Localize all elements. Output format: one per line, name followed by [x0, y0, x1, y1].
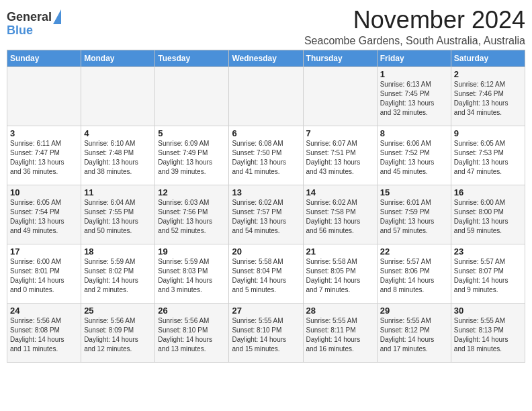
day-header-sunday: Sunday: [7, 50, 81, 66]
day-content: Sunrise: 6:02 AM Sunset: 7:57 PM Dayligh…: [232, 198, 300, 236]
day-number: 28: [306, 306, 374, 316]
calendar-day-21: 21Sunrise: 5:58 AM Sunset: 8:05 PM Dayli…: [303, 244, 377, 303]
day-content: Sunrise: 5:57 AM Sunset: 8:06 PM Dayligh…: [380, 257, 448, 295]
title-block: November 2024 Seacombe Gardens, South Au…: [304, 7, 525, 47]
day-content: Sunrise: 5:58 AM Sunset: 8:05 PM Dayligh…: [306, 257, 374, 295]
day-content: Sunrise: 5:55 AM Sunset: 8:11 PM Dayligh…: [306, 316, 374, 354]
calendar-day-13: 13Sunrise: 6:02 AM Sunset: 7:57 PM Dayli…: [229, 185, 303, 244]
calendar-day-25: 25Sunrise: 5:56 AM Sunset: 8:09 PM Dayli…: [81, 303, 155, 362]
day-number: 20: [232, 246, 300, 257]
calendar-week-row: 1Sunrise: 6:13 AM Sunset: 7:45 PM Daylig…: [7, 66, 525, 126]
day-content: Sunrise: 5:56 AM Sunset: 8:10 PM Dayligh…: [158, 316, 226, 354]
calendar-empty-cell: [81, 66, 155, 126]
day-number: 23: [454, 246, 522, 257]
day-number: 7: [306, 128, 374, 138]
day-number: 17: [10, 246, 78, 257]
day-number: 13: [232, 187, 300, 197]
calendar-day-24: 24Sunrise: 5:56 AM Sunset: 8:08 PM Dayli…: [7, 303, 81, 362]
calendar-empty-cell: [7, 66, 81, 126]
day-number: 15: [380, 187, 448, 197]
day-header-tuesday: Tuesday: [155, 50, 229, 66]
day-content: Sunrise: 6:11 AM Sunset: 7:47 PM Dayligh…: [10, 139, 78, 177]
day-content: Sunrise: 5:59 AM Sunset: 8:02 PM Dayligh…: [84, 257, 152, 295]
calendar-day-2: 2Sunrise: 6:12 AM Sunset: 7:46 PM Daylig…: [451, 66, 525, 126]
day-number: 30: [454, 306, 522, 316]
day-header-saturday: Saturday: [451, 50, 525, 66]
day-number: 26: [158, 306, 226, 316]
calendar-header-row: SundayMondayTuesdayWednesdayThursdayFrid…: [7, 50, 525, 66]
day-number: 29: [380, 306, 448, 316]
day-number: 8: [380, 128, 448, 138]
logo-general-text: General: [7, 11, 52, 23]
day-content: Sunrise: 6:10 AM Sunset: 7:48 PM Dayligh…: [84, 139, 152, 177]
day-number: 22: [380, 246, 448, 257]
calendar-day-17: 17Sunrise: 6:00 AM Sunset: 8:01 PM Dayli…: [7, 244, 81, 303]
day-number: 12: [158, 187, 226, 197]
day-content: Sunrise: 6:03 AM Sunset: 7:56 PM Dayligh…: [158, 198, 226, 236]
day-content: Sunrise: 5:58 AM Sunset: 8:04 PM Dayligh…: [232, 257, 300, 295]
calendar-day-9: 9Sunrise: 6:05 AM Sunset: 7:53 PM Daylig…: [451, 126, 525, 185]
calendar-day-19: 19Sunrise: 5:59 AM Sunset: 8:03 PM Dayli…: [155, 244, 229, 303]
day-content: Sunrise: 5:59 AM Sunset: 8:03 PM Dayligh…: [158, 257, 226, 295]
calendar-empty-cell: [229, 66, 303, 126]
day-header-friday: Friday: [377, 50, 451, 66]
calendar-week-row: 24Sunrise: 5:56 AM Sunset: 8:08 PM Dayli…: [7, 303, 525, 362]
day-content: Sunrise: 6:05 AM Sunset: 7:54 PM Dayligh…: [10, 198, 78, 236]
day-number: 19: [158, 246, 226, 257]
day-header-thursday: Thursday: [303, 50, 377, 66]
calendar-day-22: 22Sunrise: 5:57 AM Sunset: 8:06 PM Dayli…: [377, 244, 451, 303]
day-content: Sunrise: 6:12 AM Sunset: 7:46 PM Dayligh…: [454, 80, 522, 118]
day-content: Sunrise: 6:09 AM Sunset: 7:49 PM Dayligh…: [158, 139, 226, 177]
calendar-day-20: 20Sunrise: 5:58 AM Sunset: 8:04 PM Dayli…: [229, 244, 303, 303]
day-number: 5: [158, 128, 226, 138]
day-header-monday: Monday: [81, 50, 155, 66]
calendar-week-row: 17Sunrise: 6:00 AM Sunset: 8:01 PM Dayli…: [7, 244, 525, 303]
day-content: Sunrise: 6:02 AM Sunset: 7:58 PM Dayligh…: [306, 198, 374, 236]
calendar-empty-cell: [303, 66, 377, 126]
day-content: Sunrise: 6:07 AM Sunset: 7:51 PM Dayligh…: [306, 139, 374, 177]
calendar-day-10: 10Sunrise: 6:05 AM Sunset: 7:54 PM Dayli…: [7, 185, 81, 244]
day-content: Sunrise: 6:08 AM Sunset: 7:50 PM Dayligh…: [232, 139, 300, 177]
day-content: Sunrise: 6:04 AM Sunset: 7:55 PM Dayligh…: [84, 198, 152, 236]
calendar-day-7: 7Sunrise: 6:07 AM Sunset: 7:51 PM Daylig…: [303, 126, 377, 185]
day-number: 4: [84, 128, 152, 138]
calendar-day-15: 15Sunrise: 6:01 AM Sunset: 7:59 PM Dayli…: [377, 185, 451, 244]
day-content: Sunrise: 5:56 AM Sunset: 8:09 PM Dayligh…: [84, 316, 152, 354]
calendar-day-3: 3Sunrise: 6:11 AM Sunset: 7:47 PM Daylig…: [7, 126, 81, 185]
day-number: 10: [10, 187, 78, 197]
calendar-day-11: 11Sunrise: 6:04 AM Sunset: 7:55 PM Dayli…: [81, 185, 155, 244]
day-number: 1: [380, 69, 448, 79]
calendar-day-6: 6Sunrise: 6:08 AM Sunset: 7:50 PM Daylig…: [229, 126, 303, 185]
day-number: 3: [10, 128, 78, 138]
calendar-day-26: 26Sunrise: 5:56 AM Sunset: 8:10 PM Dayli…: [155, 303, 229, 362]
page-header: General Blue November 2024 Seacombe Gard…: [7, 7, 525, 47]
calendar-day-8: 8Sunrise: 6:06 AM Sunset: 7:52 PM Daylig…: [377, 126, 451, 185]
calendar-day-12: 12Sunrise: 6:03 AM Sunset: 7:56 PM Dayli…: [155, 185, 229, 244]
day-number: 24: [10, 306, 78, 316]
day-content: Sunrise: 5:57 AM Sunset: 8:07 PM Dayligh…: [454, 257, 522, 295]
calendar-day-4: 4Sunrise: 6:10 AM Sunset: 7:48 PM Daylig…: [81, 126, 155, 185]
day-content: Sunrise: 6:00 AM Sunset: 8:00 PM Dayligh…: [454, 198, 522, 236]
day-number: 21: [306, 246, 374, 257]
month-title: November 2024: [304, 7, 525, 34]
day-number: 14: [306, 187, 374, 197]
day-number: 6: [232, 128, 300, 138]
day-number: 25: [84, 306, 152, 316]
day-number: 16: [454, 187, 522, 197]
calendar-day-23: 23Sunrise: 5:57 AM Sunset: 8:07 PM Dayli…: [451, 244, 525, 303]
calendar-empty-cell: [155, 66, 229, 126]
logo: General Blue: [7, 7, 61, 36]
day-number: 11: [84, 187, 152, 197]
day-content: Sunrise: 6:00 AM Sunset: 8:01 PM Dayligh…: [10, 257, 78, 295]
logo-blue-text: Blue: [7, 24, 33, 36]
calendar-day-27: 27Sunrise: 5:55 AM Sunset: 8:10 PM Dayli…: [229, 303, 303, 362]
day-header-wednesday: Wednesday: [229, 50, 303, 66]
day-content: Sunrise: 5:56 AM Sunset: 8:08 PM Dayligh…: [10, 316, 78, 354]
calendar-day-5: 5Sunrise: 6:09 AM Sunset: 7:49 PM Daylig…: [155, 126, 229, 185]
day-number: 2: [454, 69, 522, 79]
day-content: Sunrise: 6:05 AM Sunset: 7:53 PM Dayligh…: [454, 139, 522, 177]
day-number: 18: [84, 246, 152, 257]
day-content: Sunrise: 5:55 AM Sunset: 8:12 PM Dayligh…: [380, 316, 448, 354]
calendar-day-30: 30Sunrise: 5:55 AM Sunset: 8:13 PM Dayli…: [451, 303, 525, 362]
logo-triangle-icon: [53, 9, 61, 24]
